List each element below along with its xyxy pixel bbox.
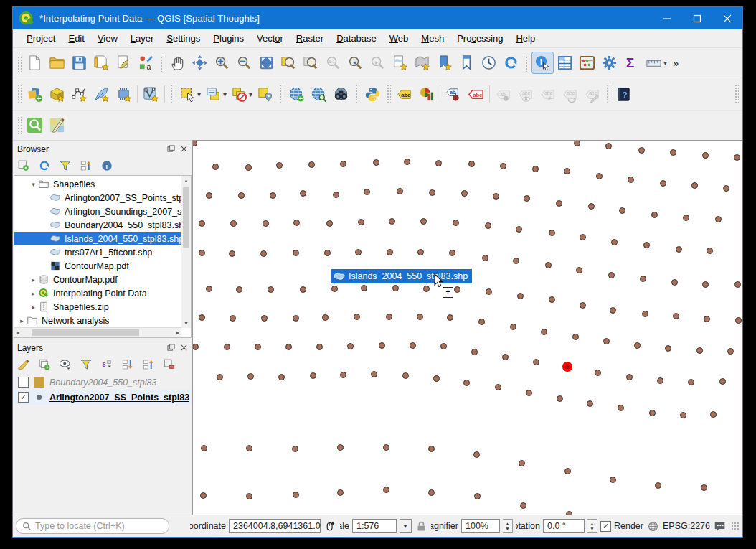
filter-legend-button[interactable]	[78, 357, 94, 372]
statistical-summary-button[interactable]	[576, 52, 598, 74]
browser-item-arlington2007-ss-points-stpl8[interactable]: Arlington2007_SS_Points_stpl8	[14, 191, 181, 205]
expand-arrow-icon[interactable]: ▸	[29, 276, 38, 283]
browser-item-contourmap-pdf[interactable]: ContourMap.pdf	[14, 259, 181, 273]
browser-vertical-scrollbar[interactable]: ▴ ▾	[181, 176, 191, 328]
browser-horizontal-scrollbar[interactable]: ◂ ▸	[14, 327, 181, 337]
toolbar-drag-handle[interactable]	[605, 85, 610, 103]
messages-button[interactable]	[713, 520, 727, 533]
python-console-button[interactable]	[362, 83, 384, 105]
mouse-extents-toggle-icon[interactable]	[323, 520, 337, 533]
layer-visibility-checkbox[interactable]: ✓	[18, 392, 29, 403]
select-by-location-button[interactable]	[254, 83, 276, 105]
pan-map-button[interactable]	[166, 52, 189, 74]
toolbar-drag-handle[interactable]	[524, 55, 529, 72]
new-print-layout-button[interactable]	[90, 52, 113, 74]
browser-item-shapefiles-zip[interactable]: ▸Shapefiles.zip	[14, 300, 181, 314]
toolbar-drag-handle[interactable]	[734, 85, 739, 103]
layers-float-button[interactable]	[166, 342, 176, 353]
menu-layer[interactable]: Layer	[124, 31, 161, 46]
osm-place-search-button[interactable]	[330, 83, 352, 105]
new-3d-map-view-button[interactable]	[411, 52, 433, 74]
deselect-features-button[interactable]	[228, 83, 250, 105]
scrollbar-thumb[interactable]	[32, 329, 139, 336]
close-button[interactable]	[712, 7, 742, 29]
scroll-left-arrow[interactable]: ◂	[14, 328, 22, 337]
show-bookmarks-button[interactable]	[455, 52, 478, 74]
menu-project[interactable]: Project	[20, 31, 62, 46]
expand-arrow-icon[interactable]: ▸	[29, 304, 38, 311]
style-manager-button[interactable]: a	[135, 52, 157, 74]
collapse-all-button[interactable]	[141, 357, 156, 372]
zoom-in-button[interactable]	[211, 52, 233, 74]
browser-float-button[interactable]	[166, 144, 176, 154]
window-resize-grip[interactable]	[731, 522, 740, 530]
help-button[interactable]: ?	[613, 83, 635, 105]
expand-arrow-icon[interactable]: ▸	[17, 317, 27, 324]
browser-item-interpolating-point-data[interactable]: ▸Interpolating Point Data	[14, 286, 181, 300]
menu-settings[interactable]: Settings	[160, 31, 207, 46]
osm-edit-plugin-button[interactable]	[46, 114, 68, 136]
toolbar-drag-handle[interactable]	[386, 85, 391, 103]
new-map-view-button[interactable]	[389, 52, 411, 74]
toolbar-drag-handle[interactable]	[159, 55, 164, 72]
layer-item-arlington2007-ss-points-stpl83[interactable]: ✓Arlington2007_SS_Points_stpl83	[14, 390, 192, 405]
scroll-right-arrow[interactable]: ▸	[174, 328, 181, 337]
locate-search-input[interactable]: Type to locate (Ctrl+K)	[16, 518, 169, 534]
zoom-out-button[interactable]	[233, 52, 255, 74]
browser-refresh-button[interactable]	[37, 158, 52, 174]
menu-help[interactable]: Help	[509, 31, 542, 46]
toolbar-drag-handle[interactable]	[354, 85, 359, 103]
menu-web[interactable]: Web	[383, 31, 415, 46]
coordinate-input[interactable]: 2364004.8,6941361.0	[229, 519, 321, 533]
new-temporary-scratch-layer-button[interactable]	[113, 83, 135, 105]
minimize-button[interactable]	[652, 7, 682, 29]
filter-by-expression-button[interactable]: ε	[99, 357, 115, 372]
collapse-arrow-icon[interactable]: ▾	[29, 181, 38, 188]
scale-input[interactable]: 1:576	[352, 519, 397, 533]
toolbar-drag-handle[interactable]	[16, 117, 22, 134]
zoom-last-button[interactable]	[344, 52, 367, 74]
render-checkbox[interactable]: ✓	[600, 521, 611, 532]
zoom-full-button[interactable]	[255, 52, 278, 74]
expand-all-button[interactable]	[120, 357, 136, 372]
temporal-controller-button[interactable]	[478, 52, 500, 74]
menu-processing[interactable]: Processing	[450, 31, 509, 46]
map-canvas[interactable]: Islands_2004_550_stpl83.shp +	[192, 140, 742, 515]
scale-dropdown-arrow[interactable]: ▾	[400, 519, 412, 533]
zoom-level-plugin-button[interactable]	[24, 114, 46, 136]
expand-arrow-icon[interactable]: ▸	[29, 290, 38, 297]
layer-visibility-checkbox[interactable]	[18, 377, 29, 388]
menu-mesh[interactable]: Mesh	[415, 31, 450, 46]
crs-status[interactable]: EPSG:2276	[663, 521, 710, 531]
browser-item-arlington-soundings-2007-st[interactable]: Arlington_Soundings_2007_st	[14, 205, 181, 218]
new-virtual-layer-button[interactable]	[140, 83, 162, 105]
menu-raster[interactable]: Raster	[290, 31, 330, 46]
toolbar-drag-handle[interactable]	[16, 55, 22, 72]
remove-layer-button[interactable]	[161, 357, 177, 372]
rotation-input[interactable]: 0.0 °	[543, 519, 585, 533]
add-wms-layer-button[interactable]	[285, 83, 308, 105]
layer-diagram-button[interactable]	[415, 83, 438, 105]
menu-database[interactable]: Database	[330, 31, 383, 46]
scroll-down-arrow[interactable]: ▾	[182, 319, 189, 328]
browser-item-tnrs07ar1-5ftcont-shp[interactable]: tnrs07Ar1_5ftcont.shp	[14, 245, 181, 259]
zoom-to-selection-button[interactable]	[278, 52, 300, 74]
browser-properties-button[interactable]: i	[99, 158, 115, 174]
data-source-manager-button[interactable]	[24, 83, 46, 105]
menu-edit[interactable]: Edit	[62, 31, 90, 46]
new-shapefile-button[interactable]	[68, 83, 90, 105]
manage-map-themes-button[interactable]	[57, 357, 73, 372]
browser-filter-button[interactable]	[57, 158, 73, 174]
highlight-pinned-labels-button[interactable]: abc	[465, 83, 487, 105]
maximize-button[interactable]	[682, 7, 712, 29]
open-project-button[interactable]	[46, 52, 68, 74]
browser-close-button[interactable]	[179, 144, 189, 154]
metasearch-button[interactable]	[308, 83, 330, 105]
menu-vector[interactable]: Vector	[250, 31, 290, 46]
browser-item-network-analysis[interactable]: ▸Network analysis	[14, 314, 181, 327]
toolbar-drag-handle[interactable]	[169, 85, 174, 103]
scroll-up-arrow[interactable]: ▴	[182, 176, 189, 185]
title-bar[interactable]: *Interpolating Point Data — QGIS [Spatia…	[13, 7, 742, 29]
browser-item-boundary2004-550-stpl83-shp[interactable]: Boundary2004_550_stpl83.shp	[14, 218, 181, 232]
layer-labeling-button[interactable]: abc	[393, 83, 415, 105]
